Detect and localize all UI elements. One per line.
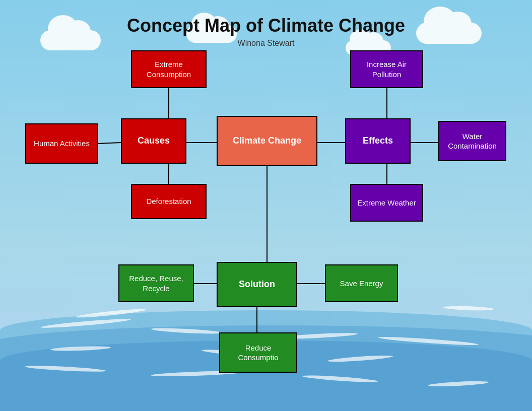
node-reduce-reuse-recycle: Reduce, Reuse, Recycle bbox=[118, 264, 194, 302]
node-save-energy: Save Energy bbox=[325, 264, 398, 302]
node-causes: Causes bbox=[121, 118, 186, 164]
node-effects: Effects bbox=[345, 118, 411, 164]
svg-line-0 bbox=[98, 143, 121, 144]
node-water-contamination: Water Contamination bbox=[438, 121, 506, 161]
diagram: Human Activities Causes Climate Change E… bbox=[25, 50, 507, 386]
node-climate-change: Climate Change bbox=[217, 116, 317, 166]
node-solution: Solution bbox=[217, 262, 297, 307]
title-area: Concept Map of Climate Change Winona Ste… bbox=[0, 0, 532, 48]
node-deforestation: Deforestation bbox=[131, 184, 207, 219]
node-air-pollution: Increase Air Pollution bbox=[350, 50, 423, 88]
node-extreme-consumption: Extreme Consumption bbox=[131, 50, 207, 88]
node-extreme-weather: Extreme Weather bbox=[350, 184, 423, 222]
page-title: Concept Map of Climate Change bbox=[0, 15, 532, 36]
node-reduce-consumption: Reduce Consumptio bbox=[219, 332, 297, 373]
content-area: Concept Map of Climate Change Winona Ste… bbox=[0, 0, 532, 411]
node-human-activities: Human Activities bbox=[25, 123, 98, 164]
author-subtitle: Winona Stewart bbox=[0, 39, 532, 48]
